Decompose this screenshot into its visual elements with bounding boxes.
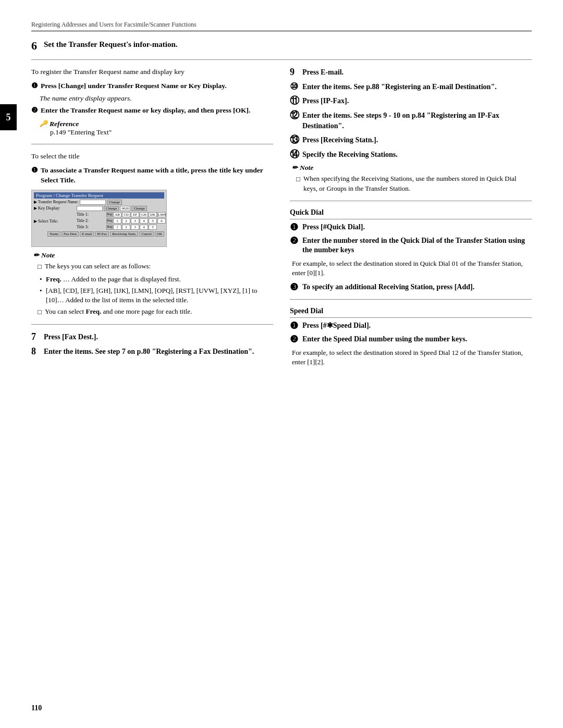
step9: 9 Press E-mail. xyxy=(290,67,532,78)
step7: 7 Press [Fax Dest.]. xyxy=(31,332,273,342)
sd-step2-note: For example, to select the destination s… xyxy=(290,348,532,367)
step14-num: ⑭ xyxy=(290,150,300,160)
register-title: To register the Transfer Request name an… xyxy=(31,67,273,77)
checkbox-right: □ xyxy=(296,175,301,193)
step1-title-text: To associate a Transfer Request name wit… xyxy=(41,166,273,186)
note-title-right: ✏ Note xyxy=(292,164,532,172)
step13-num: ⑬ xyxy=(290,135,300,145)
note-right-text: When specifying the Receiving Stations, … xyxy=(303,174,532,193)
step9-text: Press E-mail. xyxy=(302,67,532,78)
note-right-item: □ When specifying the Receiving Stations… xyxy=(292,174,532,193)
bullet1-content: Freq. … Added to the page that is displa… xyxy=(46,275,181,284)
note-item2: □ You can select Freq. and one more page… xyxy=(33,307,273,317)
screenshot-btn3: Change xyxy=(131,206,146,211)
checkbox1: □ xyxy=(38,262,43,272)
note2-text: You can select Freq. and one more page f… xyxy=(45,307,273,317)
step14: ⑭ Specify the Receiving Stations. xyxy=(290,150,532,160)
note-box-right: ✏ Note □ When specifying the Receiving S… xyxy=(290,164,532,193)
step1-left-note: The name entry display appears. xyxy=(31,94,273,103)
step7-text: Press [Fax Dest.]. xyxy=(44,332,273,342)
page: 5 Registering Addresses and Users for Fa… xyxy=(0,0,563,728)
sd-step2-num: ❷ xyxy=(290,335,300,344)
step1-title: ❶ To associate a Transfer Request name w… xyxy=(31,166,273,186)
step13: ⑬ Press [Receiving Statn.]. xyxy=(290,135,532,145)
step12: ⑫ Enter the items. See steps 9 - 10 on p… xyxy=(290,110,532,131)
step1-left-num: ❶ xyxy=(31,81,39,91)
step12-text: Enter the items. See steps 9 - 10 on p.8… xyxy=(302,110,532,131)
title2-cells: Reg 1 2 3 4 5 6 7 8 9 xyxy=(106,218,167,224)
title1-cells: Reg AB CD EF GH IJK LMN OPQ RST UVW xyxy=(106,212,167,217)
screenshot-label3: ▶ Select Title: xyxy=(34,219,76,224)
qd-step3: ❸ To specify an additional Receiving Sta… xyxy=(290,282,532,292)
title2-label: Title 2: xyxy=(77,218,105,223)
qd-step2: ❷ Enter the number stored in the Quick D… xyxy=(290,236,532,255)
step11-text: Press [IP-Fax]. xyxy=(302,96,532,106)
key-icon: 🔑 xyxy=(40,120,47,128)
screenshot-title: Program / Change Transfer Request xyxy=(34,192,164,199)
step1-title-num: ❶ xyxy=(31,166,39,186)
note-title-left: ✏ Note xyxy=(33,251,273,260)
qd-step3-num: ❸ xyxy=(290,282,300,292)
bullet1-label: Freq. xyxy=(46,275,62,283)
screenshot-row1: ▶ Transfer Request Name: Change xyxy=(34,200,164,205)
reference-label: 🔑 Reference xyxy=(40,120,273,128)
speed-dial-label: Speed Dial xyxy=(290,307,532,318)
title-row3: Title 3: Reg 1 2 3 4 5 xyxy=(77,225,167,230)
screenshot-label1: ▶ Transfer Request Name: xyxy=(34,200,79,204)
qd-step1: ❶ Press [#Quick Dial]. xyxy=(290,223,532,232)
step9-num: 9 xyxy=(290,67,300,78)
col-left: To register the Transfer Request name an… xyxy=(31,67,273,371)
note-box-left: ✏ Note □ The keys you can select are as … xyxy=(31,251,273,317)
step6-heading: 6 Set the Transfer Request's infor-matio… xyxy=(31,40,532,52)
main-columns: To register the Transfer Request name an… xyxy=(31,67,532,371)
title-section-label: To select the title xyxy=(31,152,273,162)
title3-cells: Reg 1 2 3 4 5 xyxy=(106,225,157,230)
step2-left-text: Enter the Transfer Request name or key d… xyxy=(41,106,273,116)
divider-right1 xyxy=(290,201,532,201)
bullet-dot2: • xyxy=(40,286,44,305)
pencil-icon: ✏ xyxy=(33,251,39,260)
divider1 xyxy=(31,59,532,60)
pencil-icon-right: ✏ xyxy=(292,164,298,172)
step11: ⑪ Press [IP-Fax]. xyxy=(290,96,532,106)
note-item1: □ The keys you can select are as follows… xyxy=(33,262,273,272)
step2-left-num: ❷ xyxy=(31,106,39,116)
sd-step2: ❷ Enter the Speed Dial number using the … xyxy=(290,335,532,344)
step10-num: ⑩ xyxy=(290,82,300,92)
sidebar-tab: 5 xyxy=(0,104,17,130)
step10-text: Enter the items. See p.88 "Registering a… xyxy=(302,82,532,92)
step2-left: ❷ Enter the Transfer Request name or key… xyxy=(31,106,273,116)
bullet2-content: [AB], [CD], [EF], [GH], [IJK], [LMN], [O… xyxy=(46,286,273,305)
step8-num: 8 xyxy=(31,347,42,357)
title-row1: Title 1: Reg AB CD EF GH IJK LMN OPQ xyxy=(77,212,167,217)
step10: ⑩ Enter the items. See p.88 "Registering… xyxy=(290,82,532,92)
page-header: Registering Addresses and Users for Facs… xyxy=(31,21,532,31)
screenshot-btn1: Change xyxy=(107,200,122,205)
step6-text: Set the Transfer Request's infor-mation. xyxy=(44,40,178,50)
step11-num: ⑪ xyxy=(290,96,300,106)
sd-step2-text: Enter the Speed Dial number using the nu… xyxy=(302,335,532,344)
col-right: 9 Press E-mail. ⑩ Enter the items. See p… xyxy=(290,67,532,371)
screenshot-field1 xyxy=(80,200,106,205)
reference-text: p.149 "Entering Text" xyxy=(40,128,273,137)
screenshot-label2: ▶ Key Display: xyxy=(34,206,76,211)
title1-label: Title 1: xyxy=(77,212,105,217)
note1-text: The keys you can select are as follows: xyxy=(45,262,273,272)
bullet1-text: … Added to the page that is displayed fi… xyxy=(63,275,181,283)
divider2 xyxy=(31,144,273,144)
step1-left-text: Press [Change] under Transfer Request Na… xyxy=(41,81,273,91)
step7-num: 7 xyxy=(31,332,42,342)
sd-step1: ❶ Press [#✱Speed Dial]. xyxy=(290,321,532,330)
page-number: 110 xyxy=(31,704,42,712)
step8: 8 Enter the items. See step 7 on p.80 "R… xyxy=(31,347,273,357)
screenshot: Program / Change Transfer Request ▶ Tran… xyxy=(31,190,167,247)
divider-right2 xyxy=(290,299,532,300)
divider3 xyxy=(31,324,273,325)
title3-label: Title 3: xyxy=(77,225,105,229)
title-row2: Title 2: Reg 1 2 3 4 5 6 7 xyxy=(77,218,167,224)
quick-dial-label: Quick Dial xyxy=(290,208,532,219)
screenshot-btn2: Change xyxy=(104,206,119,211)
screenshot-field2 xyxy=(77,206,103,211)
screenshot-row2: ▶ Key Display: Change 0020 Change xyxy=(34,206,164,211)
sd-step1-text: Press [#✱Speed Dial]. xyxy=(302,321,532,330)
